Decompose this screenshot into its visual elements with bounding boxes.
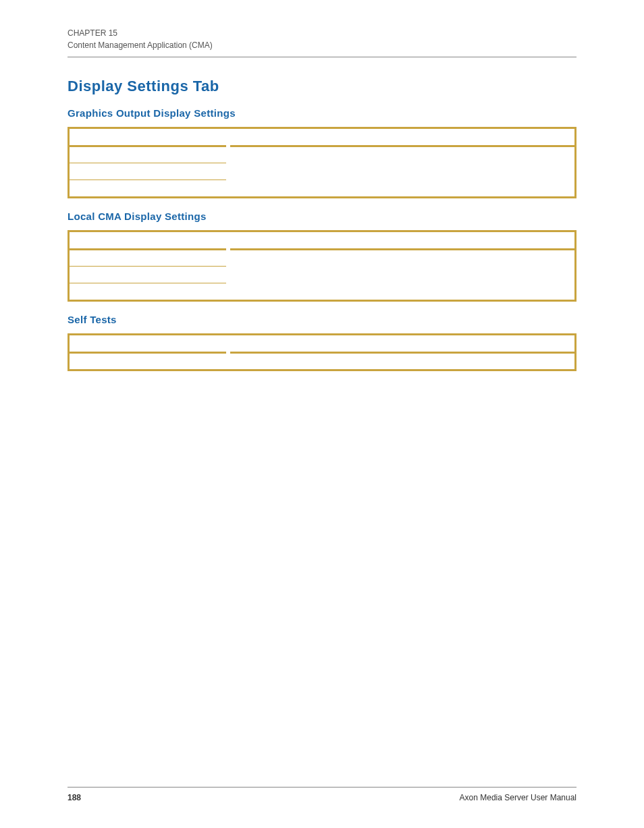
local-cma-settings-table	[68, 230, 576, 302]
chapter-label: CHAPTER 15	[68, 27, 576, 39]
table-header-cell	[70, 129, 226, 146]
table-row	[70, 352, 574, 369]
table-header-cell	[230, 129, 574, 146]
table-row	[70, 249, 574, 266]
table-row	[70, 283, 574, 300]
page-title: Display Settings Tab	[68, 78, 576, 95]
footer-divider	[68, 787, 576, 788]
section-label: Content Management Application (CMA)	[68, 39, 576, 51]
section-heading-graphics: Graphics Output Display Settings	[68, 107, 576, 119]
table-row	[70, 146, 574, 163]
graphics-settings-table	[68, 127, 576, 198]
page-number: 188	[68, 793, 81, 802]
table-header-cell	[70, 335, 226, 352]
table-header-cell	[230, 232, 574, 249]
table-header-cell	[230, 335, 574, 352]
header-divider	[68, 57, 576, 57]
manual-title: Axon Media Server User Manual	[460, 793, 576, 802]
section-heading-local-cma: Local CMA Display Settings	[68, 211, 576, 222]
table-row	[70, 180, 574, 196]
section-heading-self-tests: Self Tests	[68, 314, 576, 325]
table-header-cell	[70, 232, 226, 249]
table-row	[70, 163, 574, 180]
table-row	[70, 266, 574, 283]
self-tests-table	[68, 333, 576, 371]
